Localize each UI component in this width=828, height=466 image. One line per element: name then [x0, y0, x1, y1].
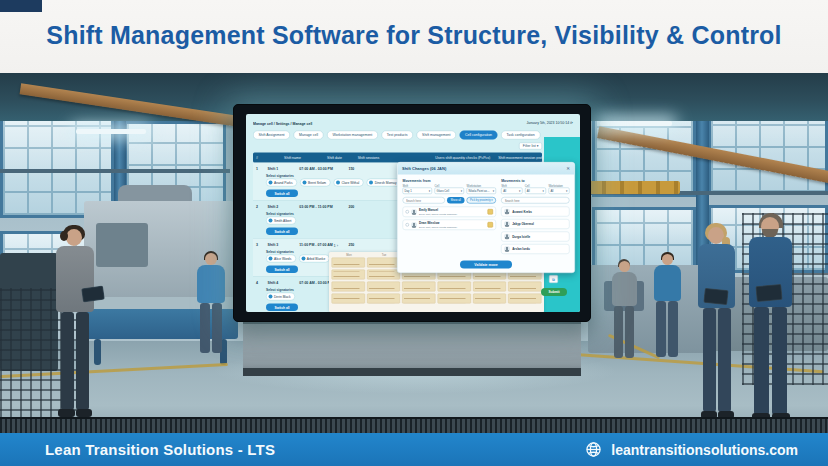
dropdown-select[interactable]: All▾: [548, 188, 569, 195]
schedule-card[interactable]: [367, 270, 400, 280]
schedule-card[interactable]: [508, 294, 541, 304]
board-column-label: Mon: [332, 254, 367, 257]
switch-all-button[interactable]: Switch all: [266, 228, 298, 236]
from-selects: Shift Day 1▾ Cell Glass Cell▾: [403, 184, 497, 194]
worker-list-item[interactable]: Dean Winslow Deep limit, Nikola Points a…: [403, 220, 497, 231]
radio-button[interactable]: [406, 223, 410, 227]
footer-band: Lean Transition Solutions - LTS leantran…: [0, 433, 828, 466]
worker-blue-left: [193, 251, 229, 361]
tab[interactable]: Cell configuration: [459, 131, 497, 140]
schedule-card[interactable]: [367, 282, 400, 292]
factory-scene: Manage cell / Settings / Manage cell Jan…: [0, 73, 828, 433]
switch-all-button[interactable]: Switch all: [266, 266, 298, 274]
ceiling-light: [76, 129, 146, 134]
validate-move-button[interactable]: Validate move: [460, 261, 512, 269]
website-link[interactable]: leantransitionsolutions.com: [611, 442, 798, 458]
tab[interactable]: Workstation management: [327, 131, 378, 140]
search-input[interactable]: [501, 197, 569, 204]
schedule-card[interactable]: [402, 294, 435, 304]
schedule-card[interactable]: [332, 294, 365, 304]
schedule-card[interactable]: [473, 294, 506, 304]
table-header-cell: #: [253, 156, 281, 160]
schedule-card[interactable]: [402, 282, 435, 292]
tag-icon: [488, 222, 494, 228]
dropdown-select[interactable]: All▾: [501, 188, 522, 195]
schedule-card[interactable]: [437, 282, 470, 292]
schedule-card[interactable]: [508, 282, 541, 292]
search-input[interactable]: [403, 197, 446, 204]
avatar-icon: [411, 209, 417, 215]
chevron-down-icon: ▾: [429, 189, 430, 192]
tab[interactable]: Test products: [381, 131, 413, 140]
signatory-chip[interactable]: Clare Withal: [333, 179, 363, 187]
table-header: #Shift nameShift dateShift sessionsUsers…: [253, 153, 542, 163]
chevron-down-icon: ▾: [461, 189, 462, 192]
radio-button[interactable]: [406, 210, 410, 214]
schedule-card[interactable]: [473, 282, 506, 292]
select-group: Workstation All▾: [548, 184, 569, 194]
tab-bar: Shift AssignmentManage cellWorkstation m…: [253, 131, 542, 140]
row-count: 200: [345, 204, 380, 208]
signatory-chip[interactable]: Brent Srilam: [300, 179, 330, 187]
show-all-button[interactable]: Show all: [447, 197, 464, 204]
tab[interactable]: Task configuration: [501, 131, 540, 140]
worker-list-item[interactable]: Durga Istelle: [501, 232, 569, 242]
tab[interactable]: Shift Assignment: [253, 131, 290, 140]
switch-all-button[interactable]: Switch all: [266, 190, 298, 198]
avatar: [269, 295, 273, 299]
signatory-chip[interactable]: Arbid Blanke: [299, 255, 330, 263]
pagination[interactable]: ‹ 1 ›: [331, 243, 338, 248]
screen-wall-panel: [243, 320, 581, 374]
row-shift-name: Shift 1: [265, 166, 297, 170]
proximity-filter-button[interactable]: Pick by proximity ▾: [466, 197, 496, 204]
table-header-cell: Shift sessions: [355, 156, 433, 160]
signatory-chip[interactable]: Anand Parks: [266, 179, 297, 187]
worker-list-item[interactable]: Emily Manuel Deep limit, Nikola Points a…: [403, 207, 497, 218]
to-selects: Shift All▾ Cell All▾: [501, 184, 569, 194]
dropdown-select[interactable]: Nikola Point as…▾: [467, 188, 497, 195]
select-group: Cell Glass Cell▾: [435, 184, 465, 194]
row-num: 4: [253, 280, 265, 284]
select-group: Workstation Nikola Point as…▾: [467, 184, 497, 194]
dialog-title: Shift Changes (06 JAN): [402, 166, 446, 171]
table-header-cell: Users shift quantity checks (PcPcs): [432, 156, 495, 160]
engineer-man-right: [742, 213, 800, 425]
copy-button[interactable]: ⧉: [549, 275, 558, 283]
tab[interactable]: Manage cell: [294, 131, 324, 140]
switch-all-button[interactable]: Switch all: [266, 304, 298, 312]
engineer-woman-right: [692, 223, 742, 423]
schedule-card[interactable]: [332, 270, 365, 280]
tab[interactable]: Shift management: [417, 131, 456, 140]
schedule-card[interactable]: [367, 258, 400, 268]
avatar-icon: [504, 234, 510, 240]
signatory-chip[interactable]: Derin Black: [266, 293, 295, 301]
table-header-cell: Shift movement session profile: [495, 156, 542, 160]
chevron-down-icon: ▾: [493, 189, 494, 192]
close-icon[interactable]: ✕: [566, 166, 570, 171]
schedule-card[interactable]: [367, 294, 400, 304]
submit-button[interactable]: Submit: [541, 288, 567, 296]
avatar-icon: [504, 221, 510, 227]
dropdown-select[interactable]: All▾: [525, 188, 546, 195]
worker-list-item[interactable]: Aswani Krebs: [501, 207, 569, 217]
page-title: Shift Management Software for Structure,…: [0, 21, 828, 50]
worker-list-item[interactable]: Jakyp Obermol: [501, 219, 569, 229]
row-num: 1: [253, 166, 265, 170]
row-shift-name: Shift 3: [265, 242, 297, 246]
dropdown-select[interactable]: Glass Cell▾: [435, 188, 465, 195]
schedule-card[interactable]: [437, 294, 470, 304]
chevron-down-icon: ▾: [566, 189, 567, 192]
chevron-down-icon: ▾: [543, 189, 544, 192]
row-shift-date: 07:00 AM - 03:00 PM: [296, 166, 345, 170]
ceiling-light: [600, 121, 672, 126]
schedule-card[interactable]: [332, 282, 365, 292]
signatory-chip[interactable]: Dinesh Mornay: [367, 179, 401, 187]
signatory-chip[interactable]: Alice Words: [266, 255, 296, 263]
dropdown-select[interactable]: Day 1▾: [403, 188, 433, 195]
schedule-card[interactable]: [332, 258, 365, 268]
worker-list-item[interactable]: Arslan Iordu: [501, 244, 569, 254]
from-worker-list: Emily Manuel Deep limit, Nikola Points a…: [403, 207, 497, 231]
breadcrumb: Manage cell / Settings / Manage cell: [253, 121, 312, 125]
filter-select[interactable]: Filter list ▾: [519, 143, 542, 150]
signatory-chip[interactable]: Smith Albert: [266, 217, 296, 225]
